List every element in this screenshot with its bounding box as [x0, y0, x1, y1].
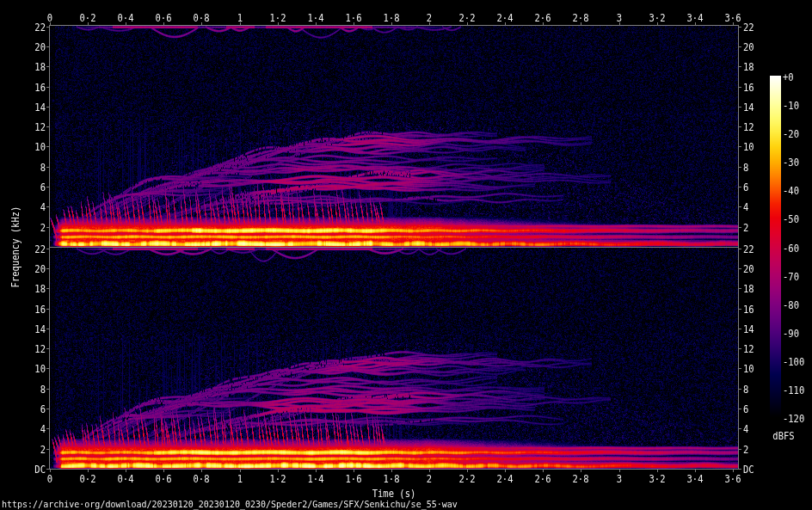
freq-tick-right: [739, 27, 741, 28]
freq-tick-label-right: 18: [743, 283, 754, 293]
x-axis-title: Time (s): [372, 488, 416, 498]
time-tick-label-top: 2·4: [497, 12, 514, 22]
freq-tick-right: [739, 126, 741, 127]
freq-tick-right: [739, 249, 741, 249]
freq-tick-left: [46, 87, 49, 88]
time-tick-label-top: 2·8: [573, 12, 589, 22]
y-axis-title: Frequency (kHz): [9, 206, 20, 288]
freq-tick-label-right: 2: [743, 222, 748, 232]
freq-tick-left: [46, 428, 49, 429]
freq-tick-label-right: 2: [743, 444, 748, 454]
time-tick-label-bottom: 0: [47, 473, 52, 483]
freq-tick-right: [739, 449, 741, 450]
spectrogram-channel-1: [50, 26, 738, 247]
time-tick-label-bottom: 1·8: [384, 473, 400, 483]
freq-tick-label-left: 20: [34, 41, 46, 52]
freq-tick-label-right: 6: [743, 403, 748, 414]
colorbar-tick-label: -10: [783, 99, 799, 109]
freq-tick-left: [46, 107, 49, 108]
freq-tick-right: [739, 329, 741, 329]
spectrogram-figure: 000·20·20·40·40·60·60·80·8111·21·21·41·4…: [0, 0, 812, 510]
freq-tick-right: [739, 288, 741, 289]
freq-tick-left: [46, 469, 49, 470]
freq-tick-label-right: 6: [743, 181, 748, 192]
freq-tick-label-right: 20: [743, 41, 754, 52]
freq-tick-label-right: 4: [743, 423, 748, 433]
time-tick-label-top: 2: [427, 12, 432, 22]
freq-tick-label-left: DC: [34, 464, 46, 474]
freq-tick-label-right: 4: [743, 201, 748, 212]
colorbar-tick-label: -50: [783, 212, 799, 223]
time-tick-label-top: 1: [237, 12, 243, 22]
freq-tick-right: [739, 187, 741, 187]
freq-tick-label-right: 16: [743, 304, 754, 314]
colorbar-gradient: [770, 76, 781, 417]
time-tick-label-top: 1·4: [308, 12, 324, 22]
time-tick-label-top: 3·6: [725, 12, 741, 22]
time-tick-label-bottom: 3: [617, 473, 622, 483]
freq-tick-right: [739, 409, 741, 409]
freq-tick-right: [739, 389, 741, 390]
time-tick-label-top: 3·4: [687, 12, 704, 22]
right-axis-line: [738, 25, 739, 470]
colorbar-tick-label: -120: [783, 412, 804, 422]
colorbar-tick-label: -70: [783, 270, 799, 280]
time-tick-label-bottom: 3·4: [687, 473, 704, 483]
time-tick-label-bottom: 1·2: [270, 473, 286, 483]
freq-tick-label-left: 4: [40, 201, 46, 212]
freq-tick-left: [46, 409, 49, 409]
freq-tick-right: [739, 146, 741, 147]
freq-tick-left: [46, 329, 49, 329]
time-tick-label-bottom: 0·8: [194, 473, 210, 483]
time-tick-label-top: 0·4: [118, 12, 134, 22]
freq-tick-left: [46, 187, 49, 187]
time-tick-label-bottom: 0·2: [80, 473, 96, 483]
freq-tick-right: [739, 268, 741, 269]
freq-tick-label-right: 10: [743, 141, 754, 151]
colorbar-tick-label: -20: [783, 127, 799, 138]
freq-tick-left: [46, 268, 49, 269]
freq-tick-right: [739, 428, 741, 429]
freq-tick-label-left: 8: [40, 162, 46, 172]
time-tick-label-bottom: 1·4: [308, 473, 324, 483]
colorbar-tick-label: -100: [783, 355, 804, 366]
freq-tick-right: [739, 227, 741, 228]
time-tick-label-bottom: 3·2: [649, 473, 666, 483]
top-axis-line: [49, 25, 739, 26]
freq-tick-label-left: 2: [40, 222, 46, 232]
freq-tick-label-left: 16: [34, 304, 46, 314]
freq-tick-left: [46, 309, 49, 310]
time-tick-label-bottom: 2·8: [573, 473, 589, 483]
freq-tick-label-right: DC: [743, 464, 754, 474]
freq-tick-left: [46, 66, 49, 67]
freq-tick-label-right: 12: [743, 343, 754, 353]
time-tick-label-top: 2·2: [459, 12, 476, 22]
freq-tick-left: [46, 368, 49, 369]
colorbar-tick-label: -40: [783, 184, 799, 194]
freq-tick-label-left: 8: [40, 384, 46, 394]
freq-tick-label-left: 22: [34, 243, 46, 254]
footer-url: https://archive·org/download/20230120_20…: [2, 499, 458, 509]
freq-tick-label-left: 16: [34, 82, 46, 92]
time-tick-label-top: 0: [47, 12, 52, 22]
colorbar-tick-label: -90: [783, 327, 799, 337]
time-tick-label-bottom: 1: [237, 473, 243, 483]
freq-tick-label-left: 12: [34, 343, 46, 353]
bottom-axis-line: [49, 469, 739, 470]
freq-tick-label-left: 12: [34, 121, 46, 132]
time-tick-label-bottom: 0·4: [118, 473, 134, 483]
freq-tick-right: [739, 348, 741, 349]
freq-tick-right: [739, 309, 741, 310]
freq-tick-left: [46, 449, 49, 450]
time-tick-label-top: 1·6: [346, 12, 362, 22]
freq-tick-left: [46, 126, 49, 127]
freq-tick-left: [46, 288, 49, 289]
time-tick-label-top: 0·8: [194, 12, 210, 22]
time-tick-label-top: 0·2: [80, 12, 96, 22]
freq-tick-label-left: 20: [34, 263, 46, 273]
freq-tick-label-right: 14: [743, 323, 754, 334]
freq-tick-label-right: 20: [743, 263, 754, 273]
colorbar-title: dBFS: [772, 430, 794, 440]
freq-tick-left: [46, 167, 49, 168]
time-tick-label-top: 0·6: [156, 12, 172, 22]
